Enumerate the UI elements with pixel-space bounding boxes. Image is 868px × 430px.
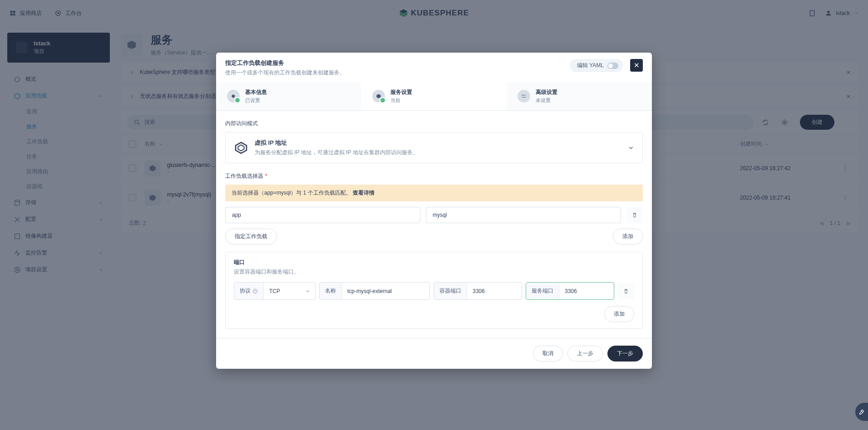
modal-title: 指定工作负载创建服务 [225, 59, 345, 67]
close-button[interactable]: ✕ [630, 59, 643, 72]
selector-buttons: 指定工作负载 添加 [225, 229, 643, 244]
protocol-value: TCP [264, 283, 301, 299]
container-port-field: 容器端口 [434, 282, 522, 300]
svg-marker-21 [236, 142, 247, 153]
vip-icon [234, 141, 248, 155]
step-sub: 未设置 [536, 97, 557, 104]
port-buttons: 添加 [234, 306, 634, 322]
svg-point-17 [232, 95, 235, 98]
chevron-down-icon [628, 145, 634, 151]
step-basic-info[interactable]: 基本信息 已设置 [216, 82, 361, 110]
tip-text: 当前选择器（app=mysql）与 1 个工作负载匹配。 [232, 190, 351, 196]
step-advanced[interactable]: 高级设置 未设置 [507, 82, 652, 110]
protocol-label: 协议 ? [234, 283, 264, 299]
access-mode-select[interactable]: 虚拟 IP 地址 为服务分配虚拟 IP 地址，可通过虚拟 IP 地址在集群内部访… [225, 132, 643, 163]
add-selector-button[interactable]: 添加 [613, 229, 643, 244]
chevron-down-icon [301, 288, 315, 294]
port-name-label: 名称 [320, 283, 342, 299]
service-port-input[interactable] [559, 283, 614, 299]
specify-workload-button[interactable]: 指定工作负载 [225, 229, 277, 244]
step-icon [372, 90, 385, 103]
yaml-label: 编辑 YAML [577, 62, 604, 69]
ports-title: 端口 [234, 259, 634, 266]
service-port-label: 服务端口 [526, 283, 559, 299]
modal-overlay: 指定工作负载创建服务 使用一个或多个现有的工作负载创建来创建服务。 编辑 YAM… [0, 0, 868, 430]
step-title: 高级设置 [536, 88, 557, 96]
add-port-button[interactable]: 添加 [604, 306, 634, 322]
ports-desc: 设置容器端口和服务端口。 [234, 268, 634, 276]
step-sub: 当前 [390, 97, 412, 104]
create-service-modal: 指定工作负载创建服务 使用一个或多个现有的工作负载创建来创建服务。 编辑 YAM… [216, 53, 652, 369]
selector-tip: 当前选择器（app=mysql）与 1 个工作负载匹配。 查看详情 [225, 185, 643, 201]
view-details-link[interactable]: 查看详情 [353, 190, 375, 196]
svg-point-20 [524, 97, 525, 98]
delete-port-button[interactable] [618, 283, 634, 299]
ports-section: 端口 设置容器端口和服务端口。 协议 ? TCP 名称 [225, 252, 643, 329]
port-name-field: 名称 [319, 282, 430, 300]
step-icon [518, 90, 530, 103]
access-mode-label: 内部访问模式 [225, 120, 643, 127]
container-port-label: 容器端口 [434, 283, 467, 299]
svg-marker-18 [376, 94, 380, 98]
step-sub: 已设置 [245, 97, 267, 104]
svg-text:?: ? [254, 290, 256, 293]
step-service-settings[interactable]: 服务设置 当前 [361, 82, 507, 110]
cancel-button[interactable]: 取消 [533, 346, 563, 362]
selector-key-input[interactable] [225, 207, 420, 223]
trash-icon [631, 212, 638, 218]
protocol-select[interactable]: 协议 ? TCP [234, 282, 316, 300]
prev-button[interactable]: 上一步 [567, 346, 603, 362]
selector-label: 工作负载选择器* [225, 172, 643, 180]
svg-point-19 [523, 95, 523, 96]
access-title: 虚拟 IP 地址 [255, 139, 418, 147]
trash-icon [623, 288, 629, 294]
selector-row [225, 207, 643, 223]
access-desc: 为服务分配虚拟 IP 地址，可通过虚拟 IP 地址在集群内部访问服务。 [255, 149, 418, 156]
service-port-field: 服务端口 [526, 282, 614, 300]
yaml-toggle[interactable]: 编辑 YAML [570, 59, 623, 72]
modal-body: 内部访问模式 虚拟 IP 地址 为服务分配虚拟 IP 地址，可通过虚拟 IP 地… [216, 111, 652, 338]
modal-header: 指定工作负载创建服务 使用一个或多个现有的工作负载创建来创建服务。 编辑 YAM… [216, 53, 652, 77]
container-port-input[interactable] [467, 283, 522, 299]
modal-footer: 取消 上一步 下一步 [216, 338, 652, 369]
delete-selector-button[interactable] [626, 207, 643, 223]
hammer-icon [858, 409, 865, 415]
port-name-input[interactable] [342, 283, 429, 299]
svg-marker-22 [238, 145, 244, 151]
help-icon: ? [252, 288, 258, 294]
step-title: 服务设置 [390, 88, 412, 96]
toggle-switch [607, 63, 618, 69]
step-title: 基本信息 [245, 88, 267, 96]
step-icon [227, 90, 240, 103]
port-row: 协议 ? TCP 名称 容器端口 [234, 282, 634, 300]
selector-value-input[interactable] [426, 207, 621, 223]
next-button[interactable]: 下一步 [607, 346, 643, 362]
wizard-steps: 基本信息 已设置 服务设置 当前 高级设置 未设置 [216, 82, 652, 111]
modal-desc: 使用一个或多个现有的工作负载创建来创建服务。 [225, 69, 345, 77]
